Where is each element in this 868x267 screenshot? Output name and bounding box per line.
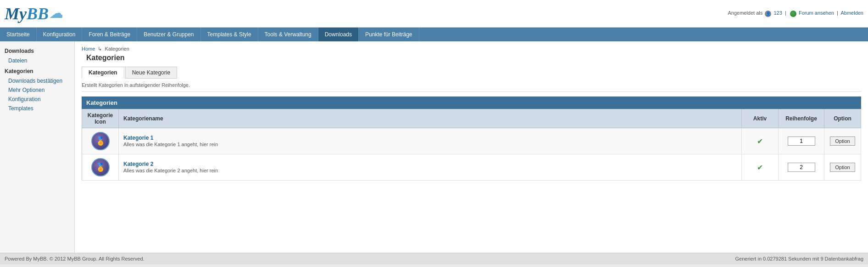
col-icon: Kategorie Icon [82, 109, 119, 128]
cell-order [779, 128, 824, 154]
logo-my: My [5, 4, 27, 23]
order-input[interactable] [788, 136, 815, 146]
category-desc: Alles was die Kategorie 2 angeht, hier r… [123, 168, 218, 173]
breadcrumb-home[interactable]: Home [82, 46, 95, 51]
nav-downloads[interactable]: Downloads [318, 28, 359, 41]
nav-startseite[interactable]: Startseite [0, 28, 37, 41]
cell-icon: 🏅 [82, 128, 119, 154]
category-name-link[interactable]: Kategorie 2 [123, 161, 737, 167]
categories-table: Kategorie Icon Kategoriename Aktiv Reihe… [82, 109, 861, 181]
user-label: Angemeldet als [728, 10, 762, 16]
category-icon: 🏅 [91, 158, 110, 176]
logout-link[interactable]: Abmelden [840, 10, 863, 16]
category-icon: 🏅 [91, 132, 110, 150]
header-right: Angemeldet als 👤 123 | Forum ansehen | A… [728, 10, 863, 17]
sidebar-section-downloads: Downloads [0, 45, 74, 56]
cell-name: Kategorie 2Alles was die Kategorie 2 ang… [119, 154, 742, 181]
sidebar-link-templates[interactable]: Templates [0, 104, 74, 113]
active-checkmark: ✔ [757, 137, 763, 145]
tab-neue-kategorie[interactable]: Neue Kategorie [125, 67, 177, 79]
nav-konfiguration[interactable]: Konfiguration [37, 28, 83, 41]
nav-foren[interactable]: Foren & Beiträge [82, 28, 137, 41]
nav-punkte[interactable]: Punkte für Beiträge [359, 28, 419, 41]
logo: MyBB☁ [5, 4, 62, 23]
cell-option: Option [824, 128, 861, 154]
footer-left: Powered By MyBB. © 2012 MyBB Group. All … [5, 256, 145, 261]
cell-active: ✔ [742, 128, 779, 154]
active-checkmark: ✔ [757, 164, 763, 171]
cell-name: Kategorie 1Alles was die Kategorie 1 ang… [119, 128, 742, 154]
cell-icon: 🏅 [82, 154, 119, 181]
breadcrumb: Home ↳ Kategorien [82, 46, 861, 52]
footer: Powered By MyBB. © 2012 MyBB Group. All … [0, 253, 868, 264]
page-title: Kategorien [82, 54, 861, 62]
sidebar-link-bestaetigen[interactable]: Downloads bestätigen [0, 76, 74, 85]
nav-benutzer[interactable]: Benutzer & Gruppen [137, 28, 200, 41]
globe-icon [790, 11, 796, 17]
footer-right: Generiert in 0.0279281 Sekunden mit 9 Da… [735, 256, 863, 261]
logo-cloud: ☁ [50, 6, 62, 21]
col-option: Option [824, 109, 861, 128]
logo-bb: BB [27, 4, 49, 23]
sidebar-link-konfiguration[interactable]: Konfiguration [0, 95, 74, 104]
cell-active: ✔ [742, 154, 779, 181]
main-layout: Downloads Dateien Kategorien Downloads b… [0, 41, 868, 253]
tab-bar: Kategorien Neue Kategorie [82, 67, 861, 79]
col-active: Aktiv [742, 109, 779, 128]
breadcrumb-current: Kategorien [105, 46, 129, 51]
table-header-label: Kategorien [82, 97, 861, 109]
order-input[interactable] [788, 163, 815, 172]
category-desc: Alles was die Kategorie 1 angeht, hier r… [123, 142, 218, 147]
sidebar: Downloads Dateien Kategorien Downloads b… [0, 41, 75, 253]
cell-order [779, 154, 824, 181]
forum-link[interactable]: Forum ansehen [799, 10, 834, 16]
option-button[interactable]: Option [830, 136, 855, 146]
cell-option: Option [824, 154, 861, 181]
option-button[interactable]: Option [830, 163, 855, 172]
user-name-link[interactable]: 123 [773, 10, 782, 16]
user-icon: 👤 [765, 11, 771, 17]
tab-kategorien[interactable]: Kategorien [82, 67, 124, 79]
nav-templates[interactable]: Templates & Style [201, 28, 258, 41]
nav-bar: Startseite Konfiguration Foren & Beiträg… [0, 28, 868, 41]
sidebar-link-dateien[interactable]: Dateien [0, 56, 74, 65]
col-name: Kategoriename [119, 109, 742, 128]
content-area: Home ↳ Kategorien Kategorien Kategorien … [75, 41, 868, 253]
sidebar-link-mehr-optionen[interactable]: Mehr Optionen [0, 85, 74, 95]
nav-tools[interactable]: Tools & Verwaltung [258, 28, 318, 41]
category-name-link[interactable]: Kategorie 1 [123, 135, 737, 141]
table-row: 🏅Kategorie 2Alles was die Kategorie 2 an… [82, 154, 861, 181]
col-order: Reihenfolge [779, 109, 824, 128]
table-row: 🏅Kategorie 1Alles was die Kategorie 1 an… [82, 128, 861, 154]
header: MyBB☁ Angemeldet als 👤 123 | Forum anseh… [0, 0, 868, 28]
sidebar-section-kategorien: Kategorien [0, 65, 74, 76]
description-text: Erstellt Kategorien in aufsteigender Rei… [82, 82, 861, 92]
